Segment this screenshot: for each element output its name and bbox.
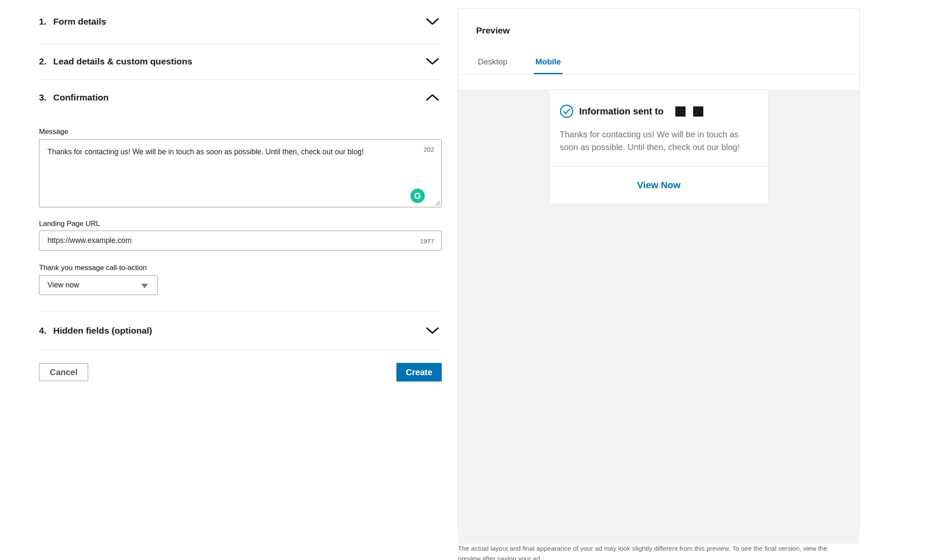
- cancel-button[interactable]: Cancel: [39, 363, 88, 381]
- chevron-down-icon[interactable]: [426, 327, 439, 334]
- thank-you-preview-card: Information sent to Thanks for contactin…: [549, 89, 769, 204]
- tab-mobile[interactable]: Mobile: [534, 57, 563, 74]
- create-button[interactable]: Create: [396, 363, 442, 382]
- section-label: Confirmation: [53, 92, 109, 102]
- preview-card-title-row: Information sent to: [560, 104, 758, 118]
- cta-dropdown[interactable]: View now: [39, 275, 158, 295]
- section-label: Form details: [53, 17, 106, 26]
- preview-tabs: Desktop Mobile: [476, 57, 842, 74]
- preview-title: Preview: [476, 25, 842, 36]
- section-title: 1.Form details: [39, 17, 106, 27]
- tab-desktop[interactable]: Desktop: [476, 57, 509, 74]
- redacted-logo-square: [675, 106, 686, 117]
- url-char-count: 1977: [420, 237, 434, 244]
- section-title: 4.Hidden fields (optional): [39, 326, 152, 336]
- section-header-confirmation[interactable]: 3.Confirmation: [39, 80, 442, 112]
- cta-dropdown-label: Thank you message call-to-action: [39, 264, 442, 272]
- caret-down-icon: [141, 284, 148, 288]
- landing-page-url-label: Landing Page URL: [39, 220, 442, 228]
- redacted-logo-square: [693, 106, 703, 117]
- message-field-wrapper: Thanks for contacting us! We will be in …: [39, 139, 442, 207]
- preview-card-cta-row: View Now: [549, 167, 768, 204]
- preview-body: Information sent to Thanks for contactin…: [458, 89, 859, 543]
- cta-dropdown-value: View now: [47, 281, 79, 290]
- section-number: 1.: [39, 17, 47, 27]
- section-header-form-details[interactable]: 1.Form details: [39, 0, 442, 44]
- preview-card-title: Information sent to: [579, 106, 663, 117]
- preview-header: Preview Desktop Mobile: [458, 8, 859, 75]
- resize-handle-icon[interactable]: [435, 200, 440, 206]
- preview-panel: Preview Desktop Mobile Information sent …: [458, 8, 860, 529]
- chevron-down-icon[interactable]: [426, 58, 439, 65]
- lead-gen-form-editor: 1.Form details 2.Lead details & custom q…: [0, 0, 942, 560]
- preview-card-message: Thanks for contacting us! We will be in …: [560, 128, 759, 153]
- circle-check-icon: [560, 104, 574, 118]
- message-textarea[interactable]: Thanks for contacting us! We will be in …: [39, 139, 442, 207]
- section-header-lead-details[interactable]: 2.Lead details & custom questions: [39, 44, 442, 80]
- chevron-up-icon[interactable]: [426, 94, 439, 101]
- view-now-link[interactable]: View Now: [637, 180, 680, 191]
- form-builder-column: 1.Form details 2.Lead details & custom q…: [39, 0, 442, 382]
- grammarly-icon[interactable]: G: [410, 189, 425, 203]
- message-label: Message: [39, 128, 442, 136]
- section-label: Lead details & custom questions: [53, 56, 192, 66]
- section-label: Hidden fields (optional): [53, 326, 152, 335]
- landing-page-url-input[interactable]: [39, 231, 442, 251]
- section-number: 2.: [39, 56, 47, 67]
- section-number: 4.: [39, 326, 47, 336]
- section-number: 3.: [39, 92, 47, 103]
- chevron-down-icon[interactable]: [426, 18, 439, 25]
- confirmation-section-content: Message Thanks for contacting us! We wil…: [39, 128, 442, 311]
- section-header-hidden-fields[interactable]: 4.Hidden fields (optional): [39, 311, 442, 350]
- message-char-count: 202: [424, 146, 434, 153]
- section-title: 2.Lead details & custom questions: [39, 56, 192, 67]
- landing-page-field-wrapper: 1977: [39, 231, 442, 251]
- form-actions: Cancel Create: [39, 363, 442, 382]
- section-title: 3.Confirmation: [39, 92, 109, 103]
- preview-disclaimer: The actual layout and final appearance o…: [458, 543, 850, 560]
- preview-card-top: Information sent to Thanks for contactin…: [549, 90, 768, 166]
